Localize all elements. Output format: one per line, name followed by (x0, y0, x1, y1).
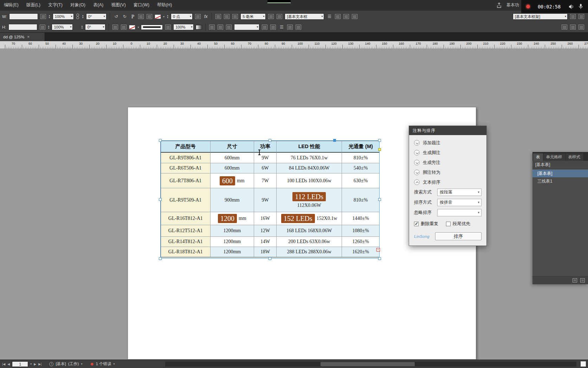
canvas[interactable]: 产品型号尺寸功率LED 性能光通量 (M)GL-R9T806-A1600mm9W… (0, 49, 588, 360)
table-cell[interactable]: GL-R9T806-A1 (161, 153, 211, 163)
stroke-style-swatch[interactable] (141, 25, 163, 30)
rotate-ccw-icon[interactable]: ↺ (113, 13, 119, 20)
table-cell[interactable]: 9W (254, 153, 277, 163)
panel-toggle-icon[interactable] (570, 13, 576, 20)
table-row[interactable]: GL-R9T509-A1900mm9W112 LEDs112X0.06W810±… (161, 188, 379, 212)
table-cell[interactable]: LED 性能 (277, 141, 342, 153)
table-cell[interactable]: 200 LEDs 63X0.06w (277, 237, 342, 247)
styles-panel-tab[interactable]: 表样式 (566, 153, 583, 161)
align-bottom-icon[interactable] (146, 13, 153, 20)
table-cell[interactable]: 900mm (211, 188, 254, 212)
table-cell[interactable]: 600mm (211, 153, 254, 163)
table-cell[interactable]: GL-R7T806-A1 (161, 173, 211, 188)
panel-menu-icon[interactable] (578, 13, 584, 20)
scale-y-stepper[interactable]: ▲▼ (48, 25, 50, 29)
handle-middle-left[interactable] (159, 198, 162, 201)
fill-dropdown-icon[interactable]: ▾ (163, 15, 164, 18)
table-cell[interactable]: 12W (254, 225, 277, 237)
table-row[interactable]: GL-R9T806-A1600mm9W76 LEDs 76X0.1w810±% (161, 153, 379, 163)
flip-vertical-icon[interactable] (121, 24, 127, 30)
scale-x-field[interactable]: 100% (53, 13, 74, 20)
page-number-field[interactable]: 1 (12, 361, 28, 367)
error-dropdown-icon[interactable]: ▾ (114, 362, 115, 366)
menu-item[interactable]: 窗口(W) (130, 0, 153, 10)
rotation-angle-field[interactable]: 0° (86, 13, 106, 20)
microphone-icon[interactable] (579, 4, 583, 9)
rotate-cw-icon[interactable]: ↻ (122, 13, 128, 20)
scale-x-stepper[interactable]: ▲▼ (49, 14, 51, 19)
table-cell[interactable]: 810±% (342, 153, 379, 163)
delete-style-icon[interactable] (580, 278, 585, 283)
list-style-icon[interactable]: ☰ (278, 24, 285, 30)
table-cell[interactable]: GL-R16T812-A1 (161, 212, 211, 225)
rotation-stepper[interactable]: ▲▼ (82, 14, 84, 19)
rule-below-icon[interactable] (295, 24, 302, 30)
table-row[interactable]: GL-R7T806-A1600mm7W100 LEDs 100X0.06w630… (161, 173, 379, 188)
styles-panel-tab[interactable]: 表 (533, 153, 543, 161)
handle-top-extra[interactable] (333, 139, 336, 142)
bullet-list-icon[interactable]: ☰ (326, 13, 332, 20)
table-cell[interactable]: 1080±% (342, 225, 379, 237)
product-table[interactable]: 产品型号尺寸功率LED 性能光通量 (M)GL-R9T806-A1600mm9W… (161, 141, 380, 258)
style-list-item[interactable]: [基本表] (532, 170, 588, 177)
gutter-field[interactable]: 5 毫米 (240, 13, 266, 20)
table-cell[interactable]: GL-R6T506-A1 (161, 163, 211, 173)
sort-panel-item[interactable]: 添加题注 (414, 138, 482, 148)
styles-panel-tab[interactable]: 单元格样 (543, 153, 565, 161)
stroke-none-swatch[interactable] (129, 25, 135, 30)
sort-panel-item[interactable]: 生成旁注 (414, 158, 482, 167)
table-cell[interactable]: 168 LEDs 168X0.06W (277, 225, 342, 237)
menu-item[interactable]: 帮助(H) (153, 0, 176, 10)
handle-top-center[interactable] (269, 139, 271, 142)
horizontal-ruler[interactable]: 7060504030201001020304050607080901001101… (0, 41, 588, 49)
table-cell[interactable]: 810±% (342, 188, 379, 212)
menu-item[interactable]: 版面(L) (22, 0, 44, 10)
error-count[interactable]: 1 个错误 (96, 361, 111, 367)
baseline-grid-icon[interactable] (268, 13, 274, 20)
handle-bottom-right[interactable] (378, 257, 381, 260)
field-select[interactable]: 按拼音 (437, 199, 482, 206)
table-cell[interactable]: 600mm (211, 163, 254, 173)
shear-stepper[interactable]: ▲▼ (81, 25, 83, 29)
checkbox-icon[interactable] (414, 222, 419, 226)
table-cell[interactable]: GL-R18T812-A1 (161, 247, 211, 257)
handle-bottom-center[interactable] (269, 257, 271, 260)
menu-item[interactable]: 编辑(E) (0, 0, 22, 10)
table-cell[interactable]: 1620±% (342, 247, 379, 257)
text-frame-bottom-icon[interactable] (578, 24, 584, 30)
handle-top-left[interactable] (159, 139, 162, 142)
table-row[interactable]: GL-R6T506-A1600mm6W84 LEDs 84X0.06W540±% (161, 163, 379, 173)
flip-horizontal-icon[interactable] (112, 24, 118, 30)
table-cell[interactable]: 1440±% (342, 212, 379, 225)
field-select[interactable]: 按段落 (437, 189, 482, 196)
next-page-icon[interactable]: ▶ (34, 362, 36, 366)
checkbox-item[interactable]: 删除重复 (414, 221, 438, 227)
wrap-bounding-icon[interactable] (224, 13, 230, 20)
grid-view-icon[interactable] (261, 24, 268, 30)
prev-page-icon[interactable]: ◀ (7, 362, 10, 366)
overset-text-icon[interactable]: + (376, 248, 380, 252)
menu-item[interactable]: 对象(O) (66, 0, 89, 10)
horizontal-scrollbar[interactable] (165, 362, 576, 367)
table-cell[interactable]: 1200mm (211, 247, 254, 257)
rule-above-icon[interactable] (287, 24, 293, 30)
frame-grid-icon[interactable] (276, 13, 283, 20)
table-cell[interactable]: 152 LEDs152X0.1w (277, 212, 342, 225)
speaker-icon[interactable] (568, 4, 575, 9)
table-cell[interactable]: 76 LEDs 76X0.1w (277, 153, 342, 163)
first-page-icon[interactable]: |◀ (2, 362, 5, 366)
table-cell[interactable]: 600mm (211, 173, 254, 188)
checkbox-item[interactable]: 段尾优先 (446, 221, 470, 227)
align-left-icon[interactable] (335, 13, 341, 20)
table-cell[interactable]: 540±% (342, 163, 379, 173)
wrap-jump-icon[interactable] (217, 24, 224, 30)
text-frame-center-icon[interactable] (570, 24, 576, 30)
constrain-link-icon[interactable] (76, 14, 80, 20)
table-row[interactable]: GL-R14T812-A11200mm14W200 LEDs 63X0.06w1… (161, 237, 379, 247)
table-cell[interactable]: 18W (254, 247, 277, 257)
table-cell[interactable]: 产品型号 (161, 141, 211, 153)
text-frame-top-icon[interactable] (561, 24, 568, 30)
shear-angle-field[interactable]: 0° (85, 24, 105, 30)
wrap-options-icon[interactable] (209, 24, 215, 30)
stroke-weight-stepper[interactable]: ▲▼ (167, 14, 169, 19)
